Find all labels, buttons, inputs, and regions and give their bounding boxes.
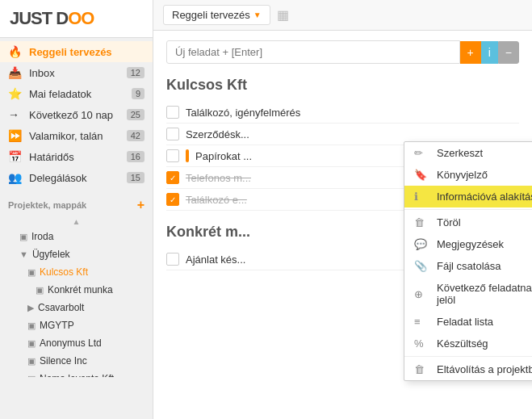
nav-count-kovetkezo: 25 — [127, 109, 145, 120]
menu-item-konyvjelzo[interactable]: 🔖 Könyvjelző — [404, 164, 532, 186]
projects-section-header: Projektek, mappák + — [0, 191, 153, 216]
tree-item-nema[interactable]: ▣ Nema levente Kft — [0, 370, 153, 377]
nav-icon-valamikor: ⏩ — [8, 129, 24, 142]
nav-icon-kovetkezo: → — [8, 108, 24, 121]
menu-icon-kovetkezo: ⊕ — [414, 288, 430, 300]
tree-icon-ugyfelek: ▼ — [19, 249, 28, 259]
menu-icon-konyvjelzo: 🔖 — [414, 169, 430, 181]
nav-count-inbox: 12 — [127, 67, 145, 78]
tree-icon-nema: ▣ — [27, 374, 36, 378]
nav-label-valamikor: Valamikor, talán — [29, 130, 127, 142]
nav-icon-reggeli: 🔥 — [8, 45, 24, 58]
menu-item-eltavolitas[interactable]: 🗑 Eltávolítás a projektből — [404, 358, 532, 380]
chart-icon[interactable]: ▦ — [277, 7, 289, 23]
menu-item-megjegyzes[interactable]: 💬 Megjegyzések — [404, 233, 532, 255]
tree-item-mgytp[interactable]: ▣ MGYTP — [0, 316, 153, 334]
menu-label-megjegyzes: Megjegyzések — [437, 238, 532, 250]
tree-label-csavarbolt: Csavarbolt — [38, 302, 84, 313]
menu-item-feladatlista[interactable]: ≡ Feladat lista ▶ — [404, 311, 532, 333]
main-panel: Reggeli tervezés ▼ ▦ + i − Kulcsos Kft T… — [153, 0, 532, 419]
sidebar-header: JUST DOO — [0, 0, 153, 38]
task-checkbox-t1[interactable] — [166, 106, 179, 119]
tree-item-kulcsos[interactable]: ▣ Kulcsos Kft — [0, 263, 153, 281]
nav-icon-inbox: 📥 — [8, 66, 24, 79]
sidebar-item-kovetkezo[interactable]: → Következő 10 nap 25 — [0, 104, 153, 125]
task-checkbox-t4[interactable]: ✓ — [166, 171, 179, 184]
task-checkbox-t5[interactable]: ✓ — [166, 193, 179, 206]
menu-item-kovetkezo[interactable]: ⊕ Következő feladatnak jelöl — [404, 277, 532, 311]
add-task-button[interactable]: + — [460, 41, 481, 64]
task-checkbox-t3[interactable] — [166, 149, 179, 162]
tree-label-silence: Silence Inc — [40, 355, 87, 367]
menu-item-szerkeszt[interactable]: ✏ Szerkeszt — [404, 142, 532, 164]
tree-icon-mgytp: ▣ — [27, 321, 36, 331]
tree-label-kulcsos: Kulcsos Kft — [40, 266, 88, 278]
sidebar-item-delegaciok[interactable]: 👥 Delegálások 15 — [0, 167, 153, 188]
context-menu: ✏ Szerkeszt 🔖 Könyvjelző ℹ Információvá … — [404, 141, 532, 381]
tree-icon-anonymus: ▣ — [27, 338, 36, 349]
menu-icon-torol: 🗑 — [414, 216, 430, 228]
sidebar-item-mai[interactable]: ⭐ Mai feladatok 9 — [0, 83, 153, 104]
scroll-indicator: ▲ — [0, 216, 153, 228]
main-toolbar: Reggeli tervezés ▼ ▦ — [153, 0, 532, 31]
menu-icon-keszultseg: % — [414, 337, 430, 350]
menu-label-fajl: Fájl csatolása — [437, 260, 532, 272]
menu-icon-megjegyzes: 💬 — [414, 238, 430, 250]
section1-title: Kulcsos Kft — [166, 77, 519, 94]
tree-item-anonymus[interactable]: ▣ Anonymus Ltd — [0, 334, 153, 352]
menu-label-feladatlista: Feladat lista — [437, 316, 532, 328]
tree-item-silence[interactable]: ▣ Silence Inc — [0, 352, 153, 370]
sidebar-item-valamikor[interactable]: ⏩ Valamikor, talán 42 — [0, 125, 153, 146]
sidebar-item-reggeli[interactable]: 🔥 Reggeli tervezés — [0, 41, 153, 62]
tree-item-ugyfelek[interactable]: ▼ Ügyfelek — [0, 245, 153, 263]
nav-label-reggeli: Reggeli tervezés — [29, 46, 145, 58]
nav-count-delegaciok: 15 — [127, 172, 145, 183]
sidebar-item-inbox[interactable]: 📥 Inbox 12 — [0, 62, 153, 83]
tree-label-ugyfelek: Ügyfelek — [32, 249, 70, 260]
nav-label-kovetkezo: Következő 10 nap — [29, 109, 127, 121]
menu-item-keszultseg[interactable]: % Készültség ▶ — [404, 333, 532, 354]
tree-icon-kulcsos: ▣ — [27, 267, 36, 278]
task-checkbox-t6[interactable] — [166, 253, 179, 266]
nav-icon-delegaciok: 👥 — [8, 171, 24, 184]
sidebar: JUST DOO 🔥 Reggeli tervezés 📥 Inbox 12 ⭐… — [0, 0, 153, 419]
menu-label-szerkeszt: Szerkeszt — [437, 147, 532, 159]
menu-item-informacio[interactable]: ℹ Információvá alakítás — [404, 186, 532, 207]
project-dropdown[interactable]: Reggeli tervezés ▼ — [163, 5, 270, 25]
tree-scroll: ▲ ▣ Iroda ▼ Ügyfelek ▣ Kulcsos Kft ▣ Kon… — [0, 216, 153, 377]
tree-item-konkret[interactable]: ▣ Konkrét munka — [0, 281, 153, 299]
nav-count-hataridos: 16 — [127, 151, 145, 162]
dropdown-arrow-icon: ▼ — [253, 10, 262, 19]
nav-count-valamikor: 42 — [127, 130, 145, 141]
logo-highlight: OO — [68, 8, 94, 28]
nav-icon-hataridos: 📅 — [8, 150, 24, 163]
menu-label-informacio: Információvá alakítás — [437, 191, 532, 203]
menu-item-fajl[interactable]: 📎 Fájl csatolása — [404, 255, 532, 277]
tree-item-iroda[interactable]: ▣ Iroda — [0, 228, 153, 245]
menu-divider-torol — [404, 209, 532, 210]
menu-label-kovetkezo: Következő feladatnak jelöl — [437, 282, 532, 306]
task-text-t1: Találkozó, igényfelmérés — [186, 107, 519, 119]
new-task-bar: + i − — [166, 40, 519, 64]
menu-label-eltavolitas: Eltávolítás a projektből — [437, 363, 532, 375]
sidebar-nav: 🔥 Reggeli tervezés 📥 Inbox 12 ⭐ Mai fela… — [0, 38, 153, 419]
tree-item-csavarbolt[interactable]: ▶ Csavarbolt — [0, 299, 153, 316]
info-button[interactable]: i — [481, 41, 498, 64]
task-row-t1: Találkozó, igényfelmérés — [166, 102, 519, 124]
task-checkbox-t2[interactable] — [166, 128, 179, 140]
menu-icon-szerkeszt: ✏ — [414, 147, 430, 159]
remove-button[interactable]: − — [498, 41, 519, 64]
logo: JUST DOO — [10, 8, 94, 29]
sidebar-item-hataridos[interactable]: 📅 Határidős 16 — [0, 146, 153, 167]
task-indicator-t3 — [186, 149, 189, 162]
project-dropdown-label: Reggeli tervezés — [172, 9, 250, 21]
add-project-button[interactable]: + — [137, 198, 145, 212]
nav-icon-mai: ⭐ — [8, 87, 24, 100]
tree-label-mgytp: MGYTP — [40, 320, 74, 331]
menu-label-keszultseg: Készültség — [437, 337, 532, 350]
new-task-input[interactable] — [166, 40, 460, 64]
menu-icon-eltavolitas: 🗑 — [414, 363, 430, 375]
nav-count-mai: 9 — [132, 88, 145, 99]
menu-item-torol[interactable]: 🗑 Töröl — [404, 212, 532, 233]
menu-icon-fajl: 📎 — [414, 260, 430, 272]
